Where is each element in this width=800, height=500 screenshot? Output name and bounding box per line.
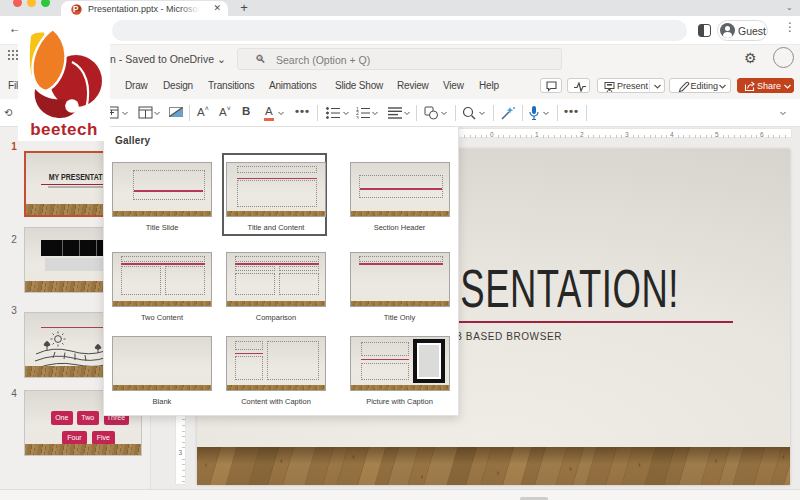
svg-text:P: P (73, 5, 79, 14)
svg-text:3: 3 (356, 115, 359, 120)
